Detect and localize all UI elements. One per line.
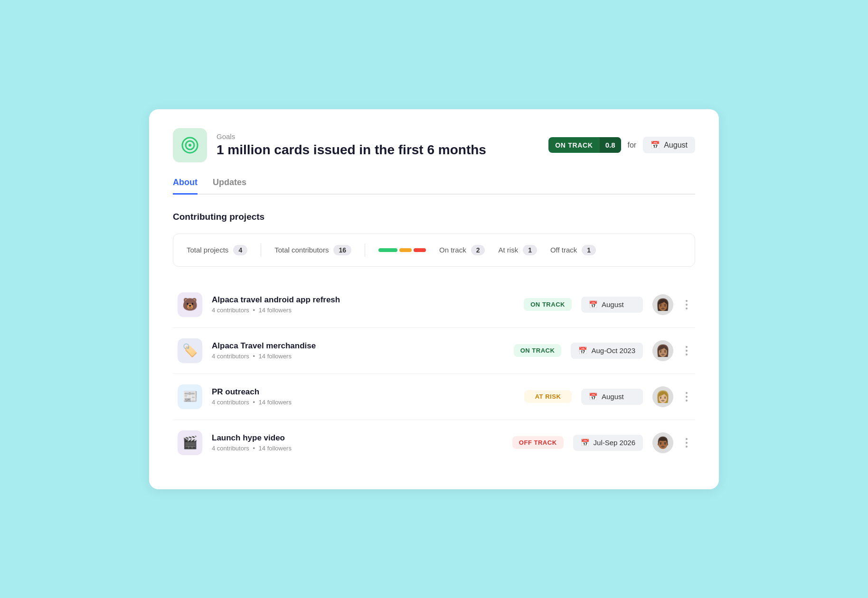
on-track-stat: On track 2 [439,245,485,255]
goal-meta: Goals 1 million cards issued in the firs… [217,132,486,158]
date-badge-hype-video[interactable]: 📅 Jul-Sep 2026 [573,435,643,451]
calendar-icon-android-app: 📅 [589,300,598,309]
at-risk-value: 1 [523,245,537,255]
on-track-badge: ON TRACK 0.8 [548,137,621,153]
on-track-label: On track [439,246,466,254]
project-meta-merchandise: 4 contributors • 14 followers [212,353,504,360]
at-risk-stat: At risk 1 [498,245,537,255]
more-dot [686,308,688,309]
green-bar [378,248,397,252]
project-list: 🐻 Alpaca travel android app refresh 4 co… [173,282,695,466]
status-score: 0.8 [600,137,621,153]
followers-merchandise: 14 followers [259,353,292,360]
project-info-merchandise: Alpaca Travel merchandise 4 contributors… [212,341,504,360]
project-icon-pr-outreach: 📰 [178,384,202,409]
divider [261,243,261,257]
contributors-pr-outreach: 4 contributors [212,399,249,406]
date-text-pr-outreach: August [602,392,624,401]
tabs: About Updates [173,178,695,195]
status-label: ON TRACK [548,138,599,153]
project-row-merchandise[interactable]: 🏷️ Alpaca Travel merchandise 4 contribut… [173,328,695,374]
month-label: August [664,141,688,150]
total-projects-stat: Total projects 4 [187,245,247,255]
date-text-merchandise: Aug-Oct 2023 [591,346,635,355]
project-name-merchandise: Alpaca Travel merchandise [212,341,504,351]
svg-point-2 [189,144,191,147]
followers-android-app: 14 followers [259,307,292,314]
status-badge-android-app: ON TRACK [524,298,572,311]
calendar-icon: 📅 [651,140,660,150]
more-button-pr-outreach[interactable] [683,389,690,404]
more-dot [686,446,688,448]
section-title: Contributing projects [173,212,695,222]
goal-title: 1 million cards issued in the first 6 mo… [217,142,486,158]
more-dot [686,354,688,355]
project-meta-pr-outreach: 4 contributors • 14 followers [212,399,515,406]
progress-bars [378,248,426,252]
contributors-android-app: 4 contributors [212,307,249,314]
status-badge-hype-video: OFF TRACK [512,436,564,449]
divider-2 [365,243,365,257]
project-name-android-app: Alpaca travel android app refresh [212,295,514,305]
total-contributors-label: Total contributors [274,246,329,254]
date-badge-pr-outreach[interactable]: 📅 August [581,389,643,405]
month-badge[interactable]: 📅 August [643,137,695,153]
header-right: ON TRACK 0.8 for 📅 August [548,137,695,153]
more-dot [686,300,688,302]
more-dot [686,396,688,398]
more-dot [686,442,688,444]
avatar-pr-outreach: 👩🏼 [652,386,673,407]
main-card: Goals 1 million cards issued in the firs… [149,109,719,489]
status-badge-merchandise: ON TRACK [514,344,562,357]
date-badge-merchandise[interactable]: 📅 Aug-Oct 2023 [571,343,643,359]
calendar-icon-merchandise: 📅 [578,346,587,355]
followers-hype-video: 14 followers [259,445,292,452]
date-badge-android-app[interactable]: 📅 August [581,297,643,313]
more-dot [686,392,688,394]
off-track-stat: Off track 1 [550,245,596,255]
project-icon-android-app: 🐻 [178,292,202,317]
more-dot [686,346,688,348]
more-dot [686,438,688,440]
more-dot [686,400,688,402]
avatar-hype-video: 👨🏾 [652,432,673,453]
more-button-merchandise[interactable] [683,343,690,358]
red-bar [414,248,426,252]
avatar-merchandise: 👩🏽 [652,340,673,361]
header: Goals 1 million cards issued in the firs… [173,128,695,162]
project-info-android-app: Alpaca travel android app refresh 4 cont… [212,295,514,314]
for-label: for [628,141,637,150]
more-dot [686,304,688,306]
on-track-value: 2 [471,245,485,255]
calendar-icon-pr-outreach: 📅 [589,392,598,401]
total-contributors-stat: Total contributors 16 [274,245,351,255]
total-contributors-value: 16 [333,245,351,255]
project-row-android-app[interactable]: 🐻 Alpaca travel android app refresh 4 co… [173,282,695,328]
project-name-hype-video: Launch hype video [212,433,503,443]
tab-about[interactable]: About [173,178,198,195]
date-text-android-app: August [602,300,624,308]
more-button-android-app[interactable] [683,297,690,312]
project-row-hype-video[interactable]: 🎬 Launch hype video 4 contributors • 14 … [173,420,695,466]
project-meta-android-app: 4 contributors • 14 followers [212,307,514,314]
calendar-icon-hype-video: 📅 [581,439,590,447]
header-left: Goals 1 million cards issued in the firs… [173,128,486,162]
avatar-android-app: 👩🏾 [652,294,673,315]
goal-icon [173,128,207,162]
stats-row: Total projects 4 Total contributors 16 O… [173,234,695,267]
project-icon-merchandise: 🏷️ [178,338,202,363]
status-badge-pr-outreach: AT RISK [524,390,572,403]
contributors-hype-video: 4 contributors [212,445,249,452]
project-row-pr-outreach[interactable]: 📰 PR outreach 4 contributors • 14 follow… [173,374,695,420]
project-meta-hype-video: 4 contributors • 14 followers [212,445,503,452]
goal-label: Goals [217,132,486,140]
off-track-value: 1 [582,245,596,255]
at-risk-label: At risk [498,246,518,254]
contributors-merchandise: 4 contributors [212,353,249,360]
orange-bar [399,248,412,252]
more-dot [686,350,688,352]
off-track-label: Off track [550,246,577,254]
more-button-hype-video[interactable] [683,435,690,450]
tab-updates[interactable]: Updates [213,178,246,195]
project-info-pr-outreach: PR outreach 4 contributors • 14 follower… [212,387,515,406]
